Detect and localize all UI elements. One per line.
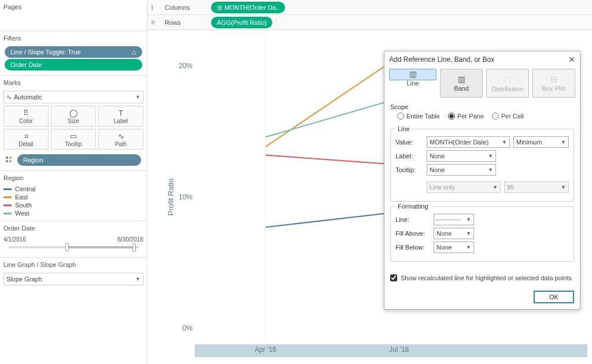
columns-pill[interactable]: ⊞MONTH(Order Da..: [211, 2, 285, 13]
x-tick: Jul '18: [389, 346, 409, 354]
range-handle-start[interactable]: [65, 243, 69, 251]
tooltip-label: Tooltip:: [395, 166, 423, 173]
detail-icon: ⌗: [4, 132, 48, 141]
mark-card-label[interactable]: TLabel: [98, 106, 143, 127]
ok-button[interactable]: OK: [534, 291, 574, 303]
close-icon[interactable]: ✕: [568, 55, 575, 64]
formatting-group: Formatting Line: ▼ Fill Above: None▼ Fil…: [390, 206, 574, 262]
scope-radio-entire-table[interactable]: Entire Table: [397, 113, 440, 120]
order-date-panel: Order Date 4/1/2016 6/30/2018: [0, 221, 147, 258]
pages-title: Pages: [3, 2, 143, 14]
filter-pill-1[interactable]: Order Date: [5, 59, 142, 70]
dialog-tab-band[interactable]: ▥Band: [440, 69, 483, 98]
svg-point-1: [9, 157, 12, 159]
rows-label: Rows: [165, 19, 204, 26]
mark-card-detail[interactable]: ⌗Detail: [3, 129, 49, 150]
series-line-west[interactable]: [265, 98, 399, 137]
mark-card-size[interactable]: ◯Size: [51, 106, 96, 127]
columns-label: Columns: [165, 4, 204, 11]
marks-panel: Marks ∿ Automatic ▼ ⠿Color◯SizeTLabel⌗De…: [0, 76, 147, 171]
y-tick: 20%: [179, 62, 193, 70]
line-type-select: Line only▼: [427, 181, 501, 193]
rows-pill[interactable]: AGG(Profit Ratio): [211, 17, 272, 28]
tab-icon: ▥: [458, 75, 465, 84]
param-title: Line Graph / Slope Graph: [3, 260, 143, 272]
value-agg-select[interactable]: Minimum▼: [513, 136, 569, 148]
tooltip-icon: ▭: [51, 132, 95, 141]
legend-panel: Region CentralEastSouthWest: [0, 171, 147, 221]
legend-item-south[interactable]: South: [3, 201, 143, 209]
dialog-tab-line[interactable]: ▥Line: [389, 69, 436, 80]
svg-point-0: [6, 157, 8, 159]
mark-card-tooltip[interactable]: ▭Tooltip: [51, 129, 96, 150]
legend-item-east[interactable]: East: [3, 193, 143, 201]
color-icon: ⠿: [4, 109, 48, 118]
value-field-select[interactable]: MONTH(Order Date)▼: [427, 136, 510, 148]
dialog-title: Add Reference Line, Band, or Box: [389, 55, 494, 64]
filters-panel: Filters Line / Slope Toggle: True△Order …: [0, 31, 147, 76]
order-date-title: Order Date: [3, 224, 143, 235]
range-handle-end[interactable]: [132, 243, 136, 251]
svg-point-3: [9, 160, 12, 162]
rows-shelf[interactable]: ≡ Rows AGG(Profit Ratio): [147, 15, 592, 30]
mark-type-dropdown[interactable]: ∿ Automatic ▼: [3, 91, 143, 103]
scope-radio-per-pane[interactable]: Per Pane: [448, 113, 484, 120]
chevron-down-icon: ▼: [135, 276, 140, 282]
fill-below-select[interactable]: None▼: [434, 242, 474, 253]
param-panel: Line Graph / Slope Graph Slope Graph ▼: [0, 258, 147, 291]
series-line-central[interactable]: [265, 212, 399, 227]
order-date-range[interactable]: 4/1/2016 6/30/2018: [3, 236, 143, 254]
series-line-south[interactable]: [265, 155, 399, 165]
value-label: Value:: [395, 139, 423, 146]
side-panel: Pages Filters Line / Slope Toggle: True△…: [0, 0, 147, 364]
size-icon: ◯: [51, 109, 95, 118]
pages-panel: Pages: [0, 0, 147, 31]
marks-title: Marks: [3, 78, 143, 90]
tab-icon: ⸬: [505, 75, 510, 84]
label-label: Label:: [395, 153, 423, 159]
order-date-from: 4/1/2016: [3, 236, 26, 243]
line-style-select[interactable]: ▼: [434, 214, 474, 225]
order-date-to: 6/30/2018: [118, 236, 144, 243]
confidence-select: 95▼: [504, 181, 569, 193]
scope-radio-per-cell[interactable]: Per Cell: [492, 113, 524, 120]
x-tick: Apr '16: [254, 346, 276, 354]
y-tick: 10%: [179, 193, 193, 201]
dialog-tab-box-plot: ⊟Box Plot: [532, 69, 575, 98]
line-style-label: Line:: [395, 216, 430, 223]
rows-icon: ≡: [151, 18, 159, 27]
fill-below-label: Fill Below:: [395, 244, 430, 251]
columns-icon: ⦀: [151, 3, 159, 12]
recalc-label: Show recalculated line for highlighted o…: [401, 274, 572, 281]
scope-group: Scope Entire Table Per Pane Per Cell: [390, 103, 574, 124]
tab-icon: ⊟: [550, 75, 557, 84]
line-group-title: Line: [395, 125, 412, 132]
label-select[interactable]: None▼: [427, 150, 496, 162]
reference-line-dialog: Add Reference Line, Band, or Box ✕ ▥Line…: [384, 51, 580, 310]
columns-shelf[interactable]: ⦀ Columns ⊞MONTH(Order Da..: [147, 0, 592, 15]
legend-item-west[interactable]: West: [3, 209, 143, 217]
dialog-tab-distribution: ⸬Distribution: [486, 69, 529, 98]
scope-title: Scope: [390, 103, 574, 110]
mark-card-path[interactable]: ∿Path: [98, 129, 143, 150]
filters-title: Filters: [3, 34, 143, 45]
marks-region-pill[interactable]: Region: [17, 154, 141, 166]
mark-card-color[interactable]: ⠿Color: [3, 106, 49, 127]
path-icon: ∿: [99, 132, 143, 141]
param-value: Slope Graph: [6, 276, 42, 283]
legend-item-central[interactable]: Central: [3, 185, 143, 193]
fill-above-select[interactable]: None▼: [434, 228, 474, 239]
filter-pill-0[interactable]: Line / Slope Toggle: True△: [5, 46, 142, 58]
series-line-east[interactable]: [265, 57, 399, 147]
line-group: Line Value: MONTH(Order Date)▼ Minimum▼ …: [390, 129, 574, 202]
recalc-checkbox[interactable]: [390, 274, 397, 281]
tooltip-select[interactable]: None▼: [427, 164, 496, 176]
label-icon: T: [99, 109, 143, 118]
param-dropdown[interactable]: Slope Graph ▼: [3, 273, 143, 285]
legend-title: Region: [3, 173, 143, 185]
svg-point-2: [6, 160, 8, 162]
mark-type-value: Automatic: [14, 94, 42, 101]
fill-above-label: Fill Above:: [395, 230, 430, 237]
formatting-title: Formatting: [395, 203, 431, 210]
chevron-down-icon: ▼: [135, 94, 140, 100]
